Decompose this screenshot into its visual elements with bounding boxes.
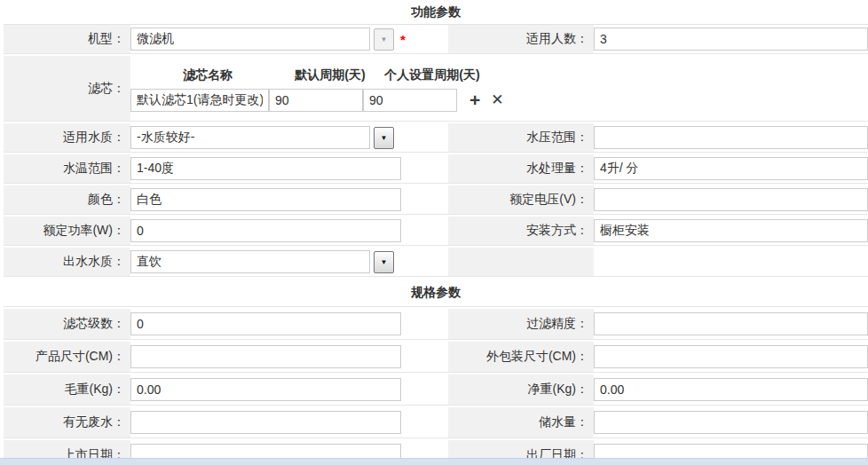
- machine-type-dropdown-arrow-icon[interactable]: ▼: [374, 28, 394, 51]
- row-water-quality-out: 出水水质： ▼: [4, 248, 868, 277]
- package-size-label: 外包装尺寸(CM)：: [448, 342, 594, 373]
- bottom-scroll-edge-bar: [0, 458, 868, 465]
- people-count-label: 适用人数：: [448, 25, 594, 54]
- row-gross-weight: 毛重(Kg)： 净重(Kg)：: [4, 374, 868, 406]
- install-method-label: 安装方式：: [448, 217, 594, 246]
- people-count-input[interactable]: [594, 28, 868, 51]
- product-parameters-form: 功能参数 机型： ▼ * 适用人数： 滤芯： 滤芯名称 默认周期(天) 个人设置…: [0, 0, 868, 465]
- row-waste-water: 有无废水： 储水量：: [4, 407, 868, 438]
- net-weight-label: 净重(Kg)：: [448, 374, 594, 406]
- row-color: 颜色： 额定电压(V)：: [4, 185, 868, 215]
- row-water-quality-in: 适用水质： ▼ 水压范围：: [4, 123, 868, 153]
- row-water-temp: 水温范围： 水处理量：: [4, 154, 868, 184]
- water-temp-input[interactable]: [130, 157, 401, 180]
- row-filter-stages: 滤芯级数： 过滤精度：: [4, 309, 868, 340]
- gross-weight-label: 毛重(Kg)：: [4, 374, 130, 406]
- net-weight-input[interactable]: [594, 378, 868, 401]
- filter-default-cycle-column-header: 默认周期(天): [283, 67, 377, 83]
- rated-power-label: 额定功率(W)：: [4, 217, 130, 246]
- remove-filter-icon[interactable]: ✕: [491, 92, 503, 107]
- waste-water-input[interactable]: [130, 411, 401, 434]
- machine-type-label: 机型：: [4, 25, 130, 54]
- waste-water-label: 有无废水：: [4, 407, 130, 438]
- water-throughput-label: 水处理量：: [448, 154, 594, 184]
- row-rated-power: 额定功率(W)： 安装方式：: [4, 217, 868, 246]
- section-title-function-params: 功能参数: [4, 0, 868, 25]
- water-quality-in-label: 适用水质：: [4, 123, 130, 153]
- water-temp-label: 水温范围：: [4, 154, 130, 184]
- water-quality-in-dropdown-arrow-icon[interactable]: ▼: [374, 127, 394, 149]
- water-storage-label: 储水量：: [448, 407, 594, 438]
- water-storage-input[interactable]: [594, 411, 868, 434]
- color-label: 颜色：: [4, 185, 130, 215]
- machine-type-select[interactable]: [130, 28, 370, 51]
- water-quality-in-select[interactable]: [130, 126, 370, 149]
- filter-personal-cycle-input[interactable]: [363, 89, 457, 112]
- empty-label-cell: [448, 248, 594, 277]
- product-size-label: 产品尺寸(CM)：: [4, 342, 130, 373]
- filter-stages-input[interactable]: [130, 312, 401, 335]
- gross-weight-input[interactable]: [130, 378, 401, 401]
- row-product-size: 产品尺寸(CM)： 外包装尺寸(CM)：: [4, 342, 868, 373]
- rated-voltage-input[interactable]: [594, 188, 868, 211]
- section-title-spec-params: 规格参数: [4, 279, 868, 307]
- filter-label: 滤芯：: [4, 56, 130, 122]
- filter-name-column-header: 滤芯名称: [139, 67, 276, 83]
- row-filter-cartridge: 滤芯： 滤芯名称 默认周期(天) 个人设置周期(天) + ✕: [4, 56, 868, 122]
- filter-personal-cycle-column-header: 个人设置周期(天): [383, 67, 482, 83]
- filter-default-cycle-input[interactable]: [269, 89, 363, 112]
- filter-stages-label: 滤芯级数：: [4, 309, 130, 340]
- empty-content-cell: [594, 248, 868, 277]
- row-machine-type: 机型： ▼ * 适用人数：: [4, 25, 868, 54]
- water-pressure-input[interactable]: [594, 126, 868, 149]
- rated-voltage-label: 额定电压(V)：: [448, 185, 594, 215]
- water-quality-out-dropdown-arrow-icon[interactable]: ▼: [374, 251, 394, 273]
- package-size-input[interactable]: [594, 345, 868, 368]
- rated-power-input[interactable]: [130, 219, 401, 242]
- product-size-input[interactable]: [130, 345, 401, 368]
- add-filter-icon[interactable]: +: [470, 91, 480, 109]
- filter-precision-label: 过滤精度：: [448, 309, 594, 340]
- required-mark: *: [400, 32, 406, 47]
- water-throughput-input[interactable]: [594, 157, 868, 180]
- water-quality-out-label: 出水水质：: [4, 248, 130, 277]
- install-method-input[interactable]: [594, 219, 868, 242]
- water-pressure-label: 水压范围：: [448, 123, 594, 153]
- filter-precision-input[interactable]: [594, 312, 868, 335]
- water-quality-out-select[interactable]: [130, 250, 370, 273]
- filter-name-input[interactable]: [130, 89, 269, 112]
- color-input[interactable]: [130, 188, 401, 211]
